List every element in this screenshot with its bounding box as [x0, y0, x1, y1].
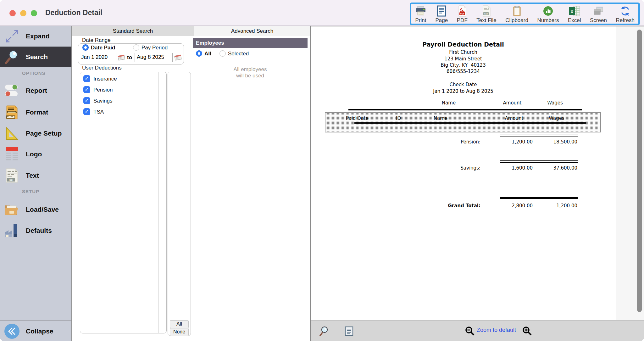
- page-setup-icon: [4, 125, 20, 142]
- date-from-input[interactable]: Jan 1 2020: [79, 53, 116, 62]
- select-all-button[interactable]: All: [170, 320, 189, 328]
- insurance-label: Insurance: [93, 76, 117, 82]
- zoom-out-icon[interactable]: [465, 326, 475, 337]
- excel-label: Excel: [568, 17, 581, 24]
- page-button[interactable]: Page: [436, 5, 448, 24]
- magnifier-icon[interactable]: [319, 326, 329, 338]
- svg-text:TXT: TXT: [8, 178, 14, 182]
- refresh-button[interactable]: Refresh: [616, 5, 635, 24]
- search-tabbar: Standard Search Advanced Search: [72, 26, 310, 36]
- report-check-date-label: Check Date: [311, 82, 616, 87]
- grand-total-label: Grand Total:: [386, 203, 480, 209]
- report-scrollbar[interactable]: [637, 30, 642, 312]
- report-title: Payroll Deduction Detail: [311, 41, 616, 48]
- pension-row-label: Pension:: [386, 139, 480, 145]
- deduction-row-pension[interactable]: Pension: [80, 86, 166, 95]
- sidebar-item-search-label: Search: [26, 53, 48, 61]
- zoom-window-button[interactable]: [31, 10, 37, 16]
- sidebar-item-defaults[interactable]: Defaults: [0, 220, 71, 241]
- sidebar-item-collapse-label: Collapse: [26, 327, 53, 335]
- date-paid-radio[interactable]: [82, 44, 89, 51]
- factory-icon: [4, 222, 20, 239]
- window-title: Deduction Detail: [45, 8, 102, 17]
- pay-period-radio-label: Pay Period: [142, 45, 168, 51]
- detail-band[interactable]: Paid Date ID Name Amount Wages: [325, 112, 601, 132]
- sidebar-item-format[interactable]: Format: [0, 102, 71, 123]
- user-deductions-list: Insurance Pension Savings TSA: [80, 72, 167, 333]
- header-rule: [348, 109, 582, 110]
- pay-period-radio[interactable]: [133, 44, 139, 51]
- sidebar-item-load-save-label: Load/Save: [26, 206, 59, 213]
- report-check-date-range: Jan 1 2020 to Aug 8 2025: [311, 88, 616, 94]
- excel-button[interactable]: x Excel: [568, 5, 581, 24]
- employees-note-line1: All employees: [216, 66, 284, 73]
- employees-all-radio[interactable]: [196, 50, 202, 57]
- sidebar-setup-header: SETUP: [22, 189, 39, 194]
- zoom-to-default-link[interactable]: Zoom to default: [477, 327, 516, 333]
- pension-row-amount: 1,200.00: [489, 139, 533, 145]
- search-panel: Standard Search Advanced Search Date Ran…: [72, 26, 310, 341]
- print-label: Print: [415, 17, 426, 24]
- insurance-checkbox[interactable]: [83, 75, 90, 82]
- sidebar-item-format-label: Format: [26, 109, 48, 116]
- date-to-calendar-icon[interactable]: [174, 54, 182, 61]
- detail-col-amount: Amount: [502, 115, 527, 121]
- tsa-label: TSA: [93, 109, 104, 115]
- numbers-label: Numbers: [537, 17, 559, 24]
- sidebar-item-logo-label: Logo: [26, 150, 42, 158]
- date-from-calendar-icon[interactable]: [118, 54, 125, 61]
- sidebar-item-collapse[interactable]: Collapse: [0, 322, 71, 340]
- tab-advanced-search[interactable]: Advanced Search: [194, 26, 310, 36]
- screen-button[interactable]: Screen: [590, 5, 607, 24]
- savings-label: Savings: [93, 98, 112, 104]
- sidebar-item-page-setup-label: Page Setup: [26, 130, 62, 137]
- pdf-button[interactable]: PDF PDF: [457, 5, 468, 24]
- sidebar-item-text[interactable]: TXT Text: [0, 165, 71, 186]
- detail-col-name: Name: [428, 115, 453, 121]
- report-preview-area: Payroll Deduction Detail First Church 12…: [310, 26, 644, 341]
- employees-selected-radio[interactable]: [219, 50, 226, 57]
- tab-standard-search[interactable]: Standard Search: [72, 26, 194, 36]
- pension-checkbox[interactable]: [83, 86, 90, 93]
- text-file-button[interactable]: TXT Text File: [476, 5, 496, 24]
- title-bar: Deduction Detail Print Page PDF PDF: [0, 0, 644, 26]
- collapse-icon: [4, 323, 20, 339]
- zoom-in-icon[interactable]: [522, 326, 532, 337]
- numbers-button[interactable]: Numbers: [537, 5, 559, 24]
- employees-all-label: All: [204, 51, 211, 57]
- date-range-label: Date Range: [82, 37, 111, 43]
- tsa-checkbox[interactable]: [83, 108, 90, 115]
- sidebar-item-search[interactable]: Search: [0, 47, 71, 67]
- sidebar-item-logo[interactable]: Logo: [0, 144, 71, 165]
- report-toggles-icon: [4, 82, 20, 99]
- pension-total-rule: [500, 135, 578, 137]
- pdf-label: PDF: [457, 17, 468, 24]
- date-to-input[interactable]: Aug 8 2025: [135, 53, 173, 62]
- savings-checkbox[interactable]: [83, 97, 90, 104]
- sidebar-item-page-setup[interactable]: Page Setup: [0, 123, 71, 144]
- select-none-button[interactable]: None: [170, 328, 189, 336]
- svg-text:PDF: PDF: [460, 13, 465, 15]
- sidebar-item-expand[interactable]: Expand: [0, 26, 71, 47]
- report-document-icon[interactable]: [345, 326, 353, 338]
- sidebar-options-header: OPTIONS: [22, 70, 46, 76]
- col-header-wages: Wages: [542, 100, 568, 106]
- deduction-row-savings[interactable]: Savings: [80, 97, 166, 106]
- excel-icon: x: [569, 5, 580, 17]
- sidebar-item-load-save[interactable]: Load/Save: [0, 199, 71, 220]
- pension-label: Pension: [93, 87, 113, 93]
- folder-icon: [4, 201, 20, 218]
- pdf-icon: PDF: [458, 5, 467, 17]
- deduction-row-insurance[interactable]: Insurance: [80, 75, 166, 84]
- deduction-row-tsa[interactable]: TSA: [80, 108, 166, 117]
- close-window-button[interactable]: [9, 10, 16, 16]
- minimize-window-button[interactable]: [20, 10, 26, 16]
- report-org-name: First Church: [311, 49, 616, 55]
- print-button[interactable]: Print: [415, 5, 426, 24]
- user-deductions-side-box: All None: [168, 72, 191, 336]
- refresh-label: Refresh: [616, 17, 635, 24]
- screen-icon: [593, 5, 604, 17]
- sidebar-item-report-label: Report: [26, 87, 47, 94]
- sidebar-item-report[interactable]: Report: [0, 80, 71, 101]
- clipboard-button[interactable]: Clipboard: [505, 5, 528, 24]
